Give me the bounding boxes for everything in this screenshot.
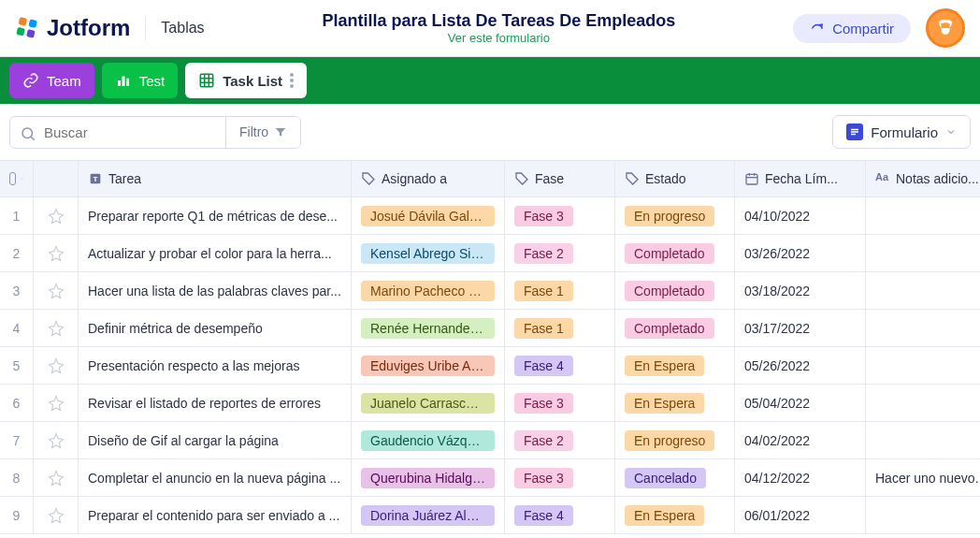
estado-cell[interactable]: En progreso bbox=[615, 422, 735, 458]
fecha-cell[interactable]: 05/04/2022 bbox=[735, 385, 866, 421]
fecha-cell[interactable]: 05/26/2022 bbox=[735, 347, 866, 384]
col-fecha[interactable]: Fecha Lím... bbox=[735, 161, 866, 196]
table-row[interactable]: 9 Preparar el contenido para ser enviado… bbox=[0, 497, 980, 534]
assignee-cell[interactable]: Querubina Hidalgo Me bbox=[352, 459, 505, 496]
fase-cell[interactable]: Fase 2 bbox=[505, 235, 615, 271]
section-label[interactable]: Tablas bbox=[161, 20, 204, 36]
fase-cell[interactable]: Fase 2 bbox=[505, 422, 615, 458]
task-cell[interactable]: Completar el anuncio en la nueva página … bbox=[79, 459, 352, 496]
task-cell[interactable]: Preparar reporte Q1 de métricas de dese.… bbox=[79, 197, 352, 234]
notas-cell[interactable] bbox=[866, 310, 980, 346]
star-button[interactable] bbox=[34, 497, 79, 533]
logo[interactable]: Jotform bbox=[15, 15, 130, 41]
task-cell[interactable]: Presentación respecto a las mejoras bbox=[79, 347, 352, 384]
notas-cell[interactable] bbox=[866, 197, 980, 234]
star-button[interactable] bbox=[34, 197, 79, 234]
form-view-button[interactable]: Formulario bbox=[832, 115, 971, 149]
col-notas[interactable]: Aa Notas adicio... bbox=[866, 161, 980, 196]
fase-cell[interactable]: Fase 3 bbox=[505, 385, 615, 421]
assignee-cell[interactable]: Marino Pacheco Colón bbox=[352, 272, 505, 309]
star-button[interactable] bbox=[34, 347, 79, 384]
row-index: 1 bbox=[0, 197, 34, 234]
fase-cell[interactable]: Fase 1 bbox=[505, 310, 615, 346]
star-button[interactable] bbox=[34, 459, 79, 496]
search-input[interactable] bbox=[10, 117, 225, 148]
fecha-cell[interactable]: 06/01/2022 bbox=[735, 497, 866, 533]
notas-cell[interactable] bbox=[866, 235, 980, 271]
table-row[interactable]: 5 Presentación respecto a las mejoras Ed… bbox=[0, 347, 980, 385]
assignee-cell[interactable]: Dorina Juárez Alcalá bbox=[352, 497, 505, 533]
estado-cell[interactable]: En progreso bbox=[615, 197, 735, 234]
fecha-cell[interactable]: 04/02/2022 bbox=[735, 422, 866, 458]
star-button[interactable] bbox=[34, 235, 79, 271]
notas-cell[interactable] bbox=[866, 347, 980, 384]
assignee-cell[interactable]: Josué Dávila Galván bbox=[352, 197, 505, 234]
col-estado[interactable]: Estado bbox=[615, 161, 735, 196]
fecha-cell[interactable]: 03/18/2022 bbox=[735, 272, 866, 309]
tab-test[interactable]: Test bbox=[102, 63, 179, 98]
row-index: 5 bbox=[0, 347, 34, 384]
estado-cell[interactable]: Completado bbox=[615, 310, 735, 346]
table-row[interactable]: 6 Revisar el listado de reportes de erro… bbox=[0, 385, 980, 422]
svg-rect-5 bbox=[122, 77, 124, 87]
task-cell[interactable]: Diseño de Gif al cargar la página bbox=[79, 422, 352, 458]
estado-cell[interactable]: En Espera bbox=[615, 497, 735, 533]
tab-menu-icon[interactable] bbox=[290, 73, 294, 88]
table-row[interactable]: 7 Diseño de Gif al cargar la página Gaud… bbox=[0, 422, 980, 459]
fecha-cell[interactable]: 04/12/2022 bbox=[735, 459, 866, 496]
col-tarea[interactable]: T Tarea bbox=[79, 161, 352, 196]
chevron-down-icon[interactable] bbox=[20, 173, 24, 184]
fase-cell[interactable]: Fase 4 bbox=[505, 347, 615, 384]
view-form-link[interactable]: Ver este formulario bbox=[220, 31, 779, 45]
task-cell[interactable]: Hacer una lista de las palabras claves p… bbox=[79, 272, 352, 309]
checkbox-icon[interactable] bbox=[9, 172, 16, 185]
chevron-down-icon bbox=[945, 126, 957, 138]
star-button[interactable] bbox=[34, 385, 79, 421]
notas-cell[interactable] bbox=[866, 272, 980, 309]
notas-cell[interactable] bbox=[866, 422, 980, 458]
notas-cell[interactable] bbox=[866, 385, 980, 421]
estado-cell[interactable]: Cancelado bbox=[615, 459, 735, 496]
star-button[interactable] bbox=[34, 422, 79, 458]
assignee-cell[interactable]: Renée Hernandes Raya bbox=[352, 310, 505, 346]
assignee-cell[interactable]: Gaudencio Vázquez To bbox=[352, 422, 505, 458]
task-cell[interactable]: Preparar el contenido para ser enviado a… bbox=[79, 497, 352, 533]
task-cell[interactable]: Definir métrica de desempeño bbox=[79, 310, 352, 346]
tab-tasklist-label: Task List bbox=[223, 73, 282, 89]
select-all-cell[interactable] bbox=[0, 161, 34, 196]
filter-button[interactable]: Filtro bbox=[225, 117, 300, 148]
fase-cell[interactable]: Fase 4 bbox=[505, 497, 615, 533]
assignee-cell[interactable]: Kensel Abrego Sierra bbox=[352, 235, 505, 271]
task-cell[interactable]: Actualizar y probar el color para la her… bbox=[79, 235, 352, 271]
task-cell[interactable]: Revisar el listado de reportes de errore… bbox=[79, 385, 352, 421]
notas-cell[interactable] bbox=[866, 497, 980, 533]
tab-tasklist[interactable]: Task List bbox=[185, 63, 307, 98]
estado-cell[interactable]: En Espera bbox=[615, 347, 735, 384]
table-row[interactable]: 8 Completar el anuncio en la nueva págin… bbox=[0, 459, 980, 497]
assignee-cell[interactable]: Juanelo Carrasco Cord bbox=[352, 385, 505, 421]
table-row[interactable]: 4 Definir métrica de desempeño Renée Her… bbox=[0, 310, 980, 347]
star-button[interactable] bbox=[34, 272, 79, 309]
estado-cell[interactable]: Completado bbox=[615, 272, 735, 309]
tabbar: Team Test Task List bbox=[0, 57, 980, 104]
tab-team[interactable]: Team bbox=[9, 63, 94, 98]
col-fase[interactable]: Fase bbox=[505, 161, 615, 196]
estado-cell[interactable]: En Espera bbox=[615, 385, 735, 421]
assignee-cell[interactable]: Eduviges Uribe Alvarez bbox=[352, 347, 505, 384]
estado-cell[interactable]: Completado bbox=[615, 235, 735, 271]
fase-cell[interactable]: Fase 1 bbox=[505, 272, 615, 309]
fase-cell[interactable]: Fase 3 bbox=[505, 197, 615, 234]
share-button[interactable]: Compartir bbox=[793, 14, 911, 43]
avatar[interactable] bbox=[926, 8, 965, 48]
fecha-cell[interactable]: 03/26/2022 bbox=[735, 235, 866, 271]
col-asignado[interactable]: Asignado a bbox=[352, 161, 505, 196]
row-index: 3 bbox=[0, 272, 34, 309]
star-button[interactable] bbox=[34, 310, 79, 346]
table-row[interactable]: 3 Hacer una lista de las palabras claves… bbox=[0, 272, 980, 310]
table-row[interactable]: 2 Actualizar y probar el color para la h… bbox=[0, 235, 980, 272]
fase-cell[interactable]: Fase 3 bbox=[505, 459, 615, 496]
notas-cell[interactable]: Hacer uno nuevo. bbox=[866, 459, 980, 496]
table-row[interactable]: 1 Preparar reporte Q1 de métricas de des… bbox=[0, 197, 980, 235]
fecha-cell[interactable]: 03/17/2022 bbox=[735, 310, 866, 346]
fecha-cell[interactable]: 04/10/2022 bbox=[735, 197, 866, 234]
